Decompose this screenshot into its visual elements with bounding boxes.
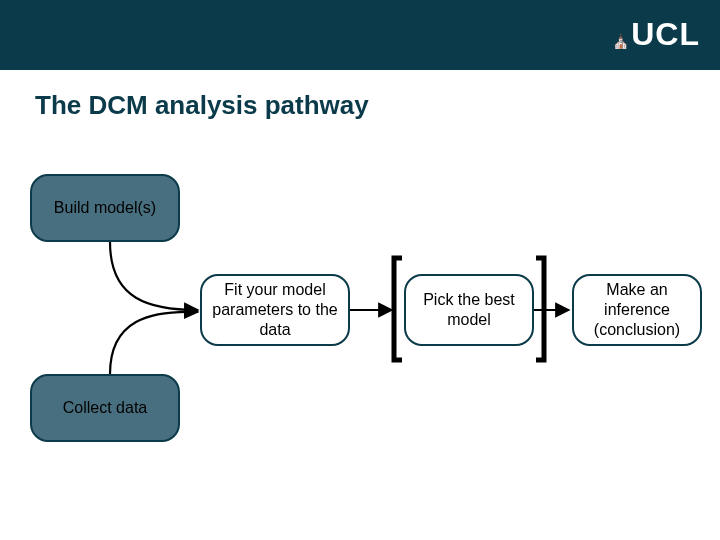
arrow-build-to-fit	[110, 242, 198, 310]
node-make-inference: Make an inference (conclusion)	[572, 274, 702, 346]
node-collect-data: Collect data	[30, 374, 180, 442]
arrow-collect-to-fit	[110, 312, 198, 374]
diagram-canvas	[0, 0, 720, 540]
node-pick-label: Pick the best model	[406, 284, 532, 336]
node-infer-label: Make an inference (conclusion)	[574, 274, 700, 346]
node-collect-label: Collect data	[53, 392, 158, 424]
node-build-label: Build model(s)	[44, 192, 166, 224]
node-fit-model: Fit your model parameters to the data	[200, 274, 350, 346]
bracket-left	[394, 258, 402, 360]
node-pick-best: Pick the best model	[404, 274, 534, 346]
node-build-models: Build model(s)	[30, 174, 180, 242]
node-fit-label: Fit your model parameters to the data	[202, 274, 348, 346]
